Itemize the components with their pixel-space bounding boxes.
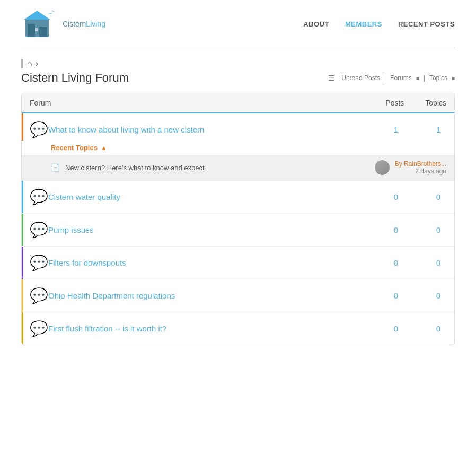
page-links: ☰ Unread Posts | Forums ■ | Topics ■ [328,74,455,82]
topic-title-1[interactable]: New cistern? Here's what to know and exp… [65,164,369,172]
forum-name-6[interactable]: First flush filtration -- is it worth it… [48,324,388,333]
recent-topics-label[interactable]: Recent Topics [51,144,98,152]
logo-icon: ~ ~ [21,8,58,40]
svg-rect-6 [35,28,38,31]
page-title-area: Cistern Living Forum ☰ Unread Posts | Fo… [0,68,476,93]
col-stats-header: Posts Topics [385,99,446,107]
row-border-5 [22,279,23,312]
forum-row-1: 💬 What to know about living with a new c… [22,113,454,181]
forum-posts-4: 0 [388,258,404,267]
forum-bubble-icon-3: 💬 [30,221,48,239]
forum-name-4[interactable]: Filters for downspouts [48,258,388,267]
header-divider [21,48,455,48]
svg-marker-3 [24,11,50,20]
forum-stats-6: 0 0 [388,324,446,333]
col-forum-header: Forum [30,99,51,107]
forum-row-4: 💬 Filters for downspouts 0 0 [22,247,454,279]
row-border-1 [22,113,23,141]
forum-posts-3: 0 [388,225,404,234]
rss-icon-topics: ■ [452,75,455,81]
topic-time-1: 2 days ago [395,168,446,175]
topic-meta-1: By RainBrothers... 2 days ago [395,160,446,175]
logo-living: Living [86,20,105,28]
pipe-separator-1: | [384,74,386,82]
forum-topics-2: 0 [430,192,446,201]
col-posts-header: Posts [385,99,404,107]
row-border-2 [22,181,23,213]
nav-recent-posts[interactable]: RECENT POSTS [398,20,455,28]
nav-members[interactable]: MEMBERS [345,20,382,28]
forum-name-5[interactable]: Ohio Health Department regulations [48,291,388,300]
avatar-img-1 [375,160,390,175]
topic-author-1: By RainBrothers... [395,160,446,168]
forum-posts-5: 0 [388,291,404,300]
svg-text:~: ~ [51,8,55,14]
forum-row-6: 💬 First flush filtration -- is it worth … [22,312,454,345]
row-border-3 [22,214,23,246]
forum-stats-2: 0 0 [388,192,446,201]
forum-stats-3: 0 0 [388,225,446,234]
svg-rect-2 [39,27,47,37]
forum-table: Forum Posts Topics 💬 What to know about … [21,93,455,345]
nav-about[interactable]: ABOUT [303,20,329,28]
forum-bubble-icon-6: 💬 [30,320,48,337]
home-icon[interactable]: ⌂ [27,59,32,68]
logo: ~ ~ CisternLiving [21,8,105,40]
rss-icon-forums: ■ [416,75,419,81]
forums-link[interactable]: Forums [390,74,412,82]
header: ~ ~ CisternLiving ABOUT MEMBERS RECENT P… [0,0,476,48]
forum-bubble-icon-5: 💬 [30,287,48,304]
forum-name-1[interactable]: What to know about living with a new cis… [48,125,388,134]
forum-topics-4: 0 [430,258,446,267]
breadcrumb-separator: › [36,59,38,68]
topic-file-icon: 📄 [51,163,60,172]
forum-stats-1: 1 1 [388,125,446,134]
row-border-6 [22,312,23,345]
forum-name-2[interactable]: Cistern water quality [48,192,388,201]
forum-row-3: 💬 Pump issues 0 0 [22,214,454,247]
forum-topics-6: 0 [430,324,446,333]
forum-topics-5: 0 [430,291,446,300]
forum-posts-2: 0 [388,192,404,201]
logo-cistern: Cistern [63,20,86,28]
topics-link[interactable]: Topics [429,74,447,82]
forum-row-2: 💬 Cistern water quality 0 0 [22,181,454,214]
svg-rect-1 [28,24,35,37]
table-header: Forum Posts Topics [22,93,454,113]
topic-avatar-1 [375,160,390,175]
logo-text: CisternLiving [63,20,105,28]
forum-topics-1: 1 [430,125,446,134]
recent-topics-header: Recent Topics ▲ [22,141,454,155]
forum-stats-5: 0 0 [388,291,446,300]
forum-name-3[interactable]: Pump issues [48,225,388,234]
pipe-separator-2: | [424,74,425,82]
forum-posts-1: 1 [388,125,404,134]
forum-posts-6: 0 [388,324,404,333]
col-topics-header: Topics [425,99,446,107]
forum-stats-4: 0 0 [388,258,446,267]
chevron-up-icon[interactable]: ▲ [101,144,107,152]
forum-bubble-icon-4: 💬 [30,254,48,271]
topic-row-1: 📄 New cistern? Here's what to know and e… [22,155,454,180]
unread-posts-link[interactable]: Unread Posts [341,74,380,82]
forum-topics-3: 0 [430,225,446,234]
forum-row-5: 💬 Ohio Health Department regulations 0 0 [22,279,454,312]
page-title: Cistern Living Forum [21,71,129,85]
main-nav: ABOUT MEMBERS RECENT POSTS [303,20,455,28]
row-border-4 [22,247,23,279]
breadcrumb: ⌂ › [21,59,455,68]
forum-bubble-icon-1: 💬 [30,121,48,138]
stack-icon: ☰ [328,74,335,82]
forum-bubble-icon-2: 💬 [30,188,48,206]
